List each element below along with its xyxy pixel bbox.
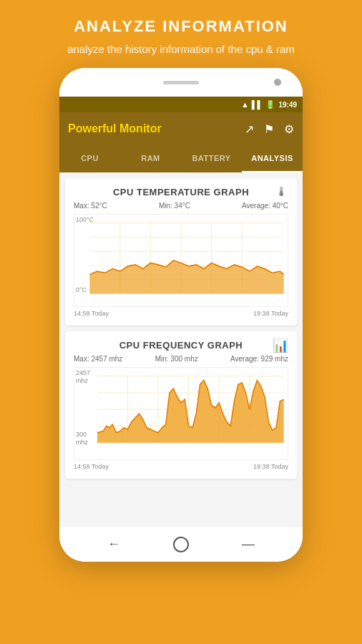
tab-bar: CPU RAM BATTERY ANALYSIS xyxy=(59,145,303,172)
tab-cpu[interactable]: CPU xyxy=(59,145,120,172)
freq-y-top-line2: mhz xyxy=(76,377,88,384)
temp-min: Min: 34°C xyxy=(159,202,190,210)
status-time: 19:49 xyxy=(278,101,297,109)
flag-icon[interactable]: ⚑ xyxy=(264,122,274,136)
share-icon[interactable]: ↗ xyxy=(245,122,254,136)
phone-top-bezel xyxy=(59,68,303,97)
nav-home-button[interactable] xyxy=(173,537,189,552)
freq-avg: Average: 929 mhz xyxy=(230,355,288,363)
svg-marker-22 xyxy=(97,380,284,442)
page-header: ANALYZE INFORMATION analyze the history … xyxy=(53,0,309,68)
nav-recent-button[interactable]: — xyxy=(242,537,255,552)
phone-bottom-bezel: ← — xyxy=(59,526,303,562)
temp-card-title: CPU TEMPERATURE GRAPH xyxy=(113,187,249,197)
status-bar: ▲ ▌▌ 🔋 19:49 xyxy=(59,97,303,112)
page-title: ANALYZE INFORMATION xyxy=(67,17,295,36)
freq-min: Min: 300 mhz xyxy=(155,355,198,363)
nav-back-button[interactable]: ← xyxy=(107,537,120,552)
temp-y-bottom: 0°C xyxy=(76,286,87,293)
app-title: Powerful Monitor xyxy=(68,122,245,135)
screen-content[interactable]: CPU TEMPERATURE GRAPH 🌡 Max: 52°C Min: 3… xyxy=(59,172,303,526)
freq-max: Max: 2457 mhz xyxy=(74,355,122,363)
freq-x-left: 14:58 Today xyxy=(74,463,109,470)
tab-analysis[interactable]: ANALYSIS xyxy=(242,145,303,172)
tab-ram[interactable]: RAM xyxy=(120,145,181,172)
temp-avg: Average: 40°C xyxy=(242,202,288,210)
freq-y-top-line1: 2457 xyxy=(76,369,90,376)
phone-speaker xyxy=(163,81,199,84)
battery-icon: 🔋 xyxy=(265,100,275,109)
bar-chart-icon: 📊 xyxy=(273,338,288,353)
temp-x-right: 19:38 Today xyxy=(253,310,288,317)
tab-battery[interactable]: BATTERY xyxy=(181,145,242,172)
temp-y-top: 100°C xyxy=(76,216,94,223)
page-subtitle: analyze the history information of the c… xyxy=(67,42,295,57)
wifi-icon: ▲ xyxy=(241,100,249,109)
freq-y-bottom-line2: mhz xyxy=(76,439,88,446)
temp-max: Max: 52°C xyxy=(74,202,107,210)
freq-chart-container: 2457 mhz 300 mhz xyxy=(74,367,288,460)
temp-x-left: 14:58 Today xyxy=(74,310,109,317)
freq-y-bottom-line1: 300 xyxy=(76,431,87,438)
temp-card: CPU TEMPERATURE GRAPH 🌡 Max: 52°C Min: 3… xyxy=(65,178,297,326)
freq-card-title: CPU FREQUENCY GRAPH xyxy=(119,340,243,351)
app-bar: Powerful Monitor ↗ ⚑ ⚙ xyxy=(59,112,303,145)
phone-frame: ▲ ▌▌ 🔋 19:49 Powerful Monitor ↗ ⚑ ⚙ CPU … xyxy=(59,68,303,562)
freq-x-right: 19:38 Today xyxy=(253,463,288,470)
temp-chart-container: 100°C 0°C xyxy=(74,214,288,307)
freq-card: CPU FREQUENCY GRAPH 📊 Max: 2457 mhz Min:… xyxy=(65,331,297,479)
settings-icon[interactable]: ⚙ xyxy=(284,122,294,136)
signal-icon: ▌▌ xyxy=(252,100,263,109)
phone-camera xyxy=(274,79,281,86)
thermometer-icon: 🌡 xyxy=(275,185,288,200)
